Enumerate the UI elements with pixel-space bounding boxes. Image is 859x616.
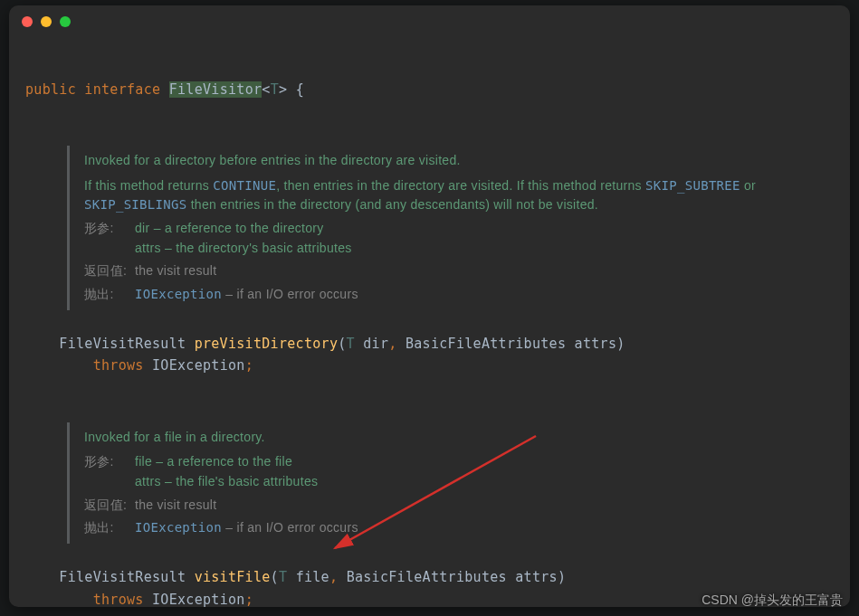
doc-param-label: 形参:	[84, 219, 135, 258]
code-line: throws IOException;	[25, 592, 253, 608]
watermark: CSDN @掉头发的王富贵	[702, 590, 843, 611]
doc-throws-label: 抛出:	[84, 285, 135, 305]
code-line: FileVisitResult visitFile(T file, BasicF…	[25, 569, 566, 585]
minimize-icon[interactable]	[41, 16, 52, 27]
javadoc-block: Invoked for a directory before entries i…	[67, 146, 790, 310]
highlighted-class: FileVisitor	[169, 81, 262, 98]
close-icon[interactable]	[22, 16, 33, 27]
javadoc-block: Invoked for a file in a directory. 形参:fi…	[67, 422, 790, 544]
doc-summary: Invoked for a file in a directory.	[84, 428, 790, 448]
maximize-icon[interactable]	[60, 16, 71, 27]
code-line: FileVisitResult preVisitDirectory(T dir,…	[25, 336, 625, 352]
code-area[interactable]: public interface FileVisitor<T> { Invoke…	[25, 56, 834, 607]
doc-throws-label: 抛出:	[84, 518, 135, 538]
doc-paragraph: If this method returns CONTINUE, then en…	[84, 176, 790, 215]
code-line: throws IOException;	[25, 357, 253, 374]
titlebar	[9, 5, 850, 38]
doc-summary: Invoked for a directory before entries i…	[84, 151, 790, 171]
code-line: public interface FileVisitor<T> {	[25, 81, 304, 98]
doc-return-label: 返回值:	[84, 496, 135, 516]
doc-return-label: 返回值:	[84, 261, 135, 281]
editor-window: public interface FileVisitor<T> { Invoke…	[9, 5, 850, 607]
doc-param-label: 形参:	[84, 452, 135, 491]
